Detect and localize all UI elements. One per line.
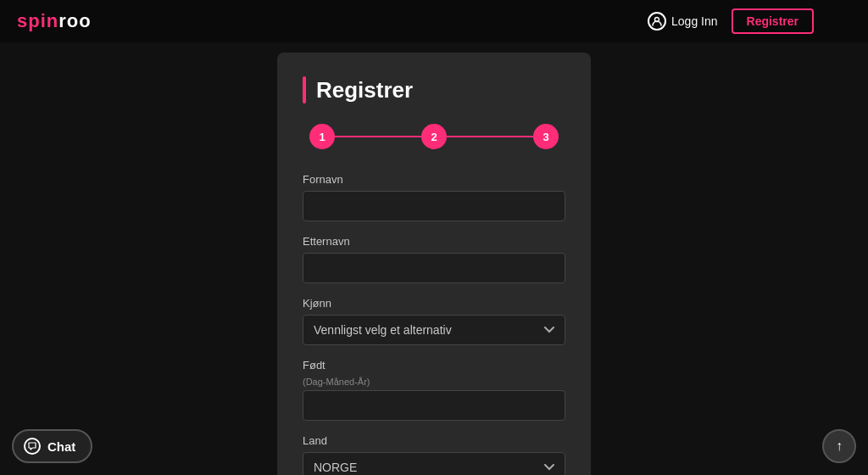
kjonn-group: Kjønn Vennligst velg et alternativ Mann … [303, 297, 565, 345]
fornavn-label: Fornavn [303, 173, 565, 186]
fodt-input[interactable] [303, 390, 565, 421]
step-line-1 [335, 136, 421, 137]
logo: spinroo [17, 10, 92, 32]
header: spinroo Logg Inn Registrer [0, 0, 868, 42]
header-right: Logg Inn Registrer [648, 8, 851, 34]
fodt-label: Født [303, 359, 565, 372]
step-line-2 [447, 136, 533, 137]
fodt-group: Født (Dag-Måned-År) [303, 359, 565, 421]
logg-inn-button[interactable]: Logg Inn [648, 12, 718, 31]
land-label: Land [303, 434, 565, 447]
main-content: Registrer 1 2 3 Fornavn Etternavn [0, 0, 868, 475]
logo-pink: spin [17, 10, 58, 31]
fornavn-group: Fornavn [303, 173, 565, 221]
scroll-to-top-button[interactable]: ↑ [822, 429, 856, 463]
title-accent-bar [303, 76, 306, 103]
etternavn-input[interactable] [303, 253, 565, 283]
step-2-circle: 2 [421, 124, 447, 149]
chat-label: Chat [47, 439, 75, 454]
etternavn-label: Etternavn [303, 235, 565, 248]
panel-title: Registrer [303, 76, 565, 103]
scroll-top-icon: ↑ [836, 439, 843, 454]
chat-widget[interactable]: Chat [12, 429, 92, 463]
registrer-header-button[interactable]: Registrer [732, 8, 814, 34]
etternavn-group: Etternavn [303, 235, 565, 283]
steps-indicator: 1 2 3 [303, 124, 565, 149]
land-select[interactable]: NORGE Sverige Danmark Finland [303, 452, 565, 475]
kjonn-select[interactable]: Vennligst velg et alternativ Mann Kvinne… [303, 315, 565, 345]
fornavn-input[interactable] [303, 191, 565, 221]
fodt-sublabel: (Dag-Måned-År) [303, 377, 565, 387]
menu-button[interactable] [827, 15, 851, 27]
panel-title-text: Registrer [316, 77, 413, 103]
step-3-circle: 3 [533, 124, 559, 149]
land-group: Land NORGE Sverige Danmark Finland [303, 434, 565, 475]
register-panel: Registrer 1 2 3 Fornavn Etternavn [277, 53, 591, 475]
step-1-circle: 1 [309, 124, 335, 149]
user-icon [648, 12, 666, 31]
logg-inn-label: Logg Inn [671, 14, 718, 28]
logo-white: roo [58, 10, 91, 31]
chat-bubble-icon [24, 438, 41, 455]
kjonn-label: Kjønn [303, 297, 565, 310]
